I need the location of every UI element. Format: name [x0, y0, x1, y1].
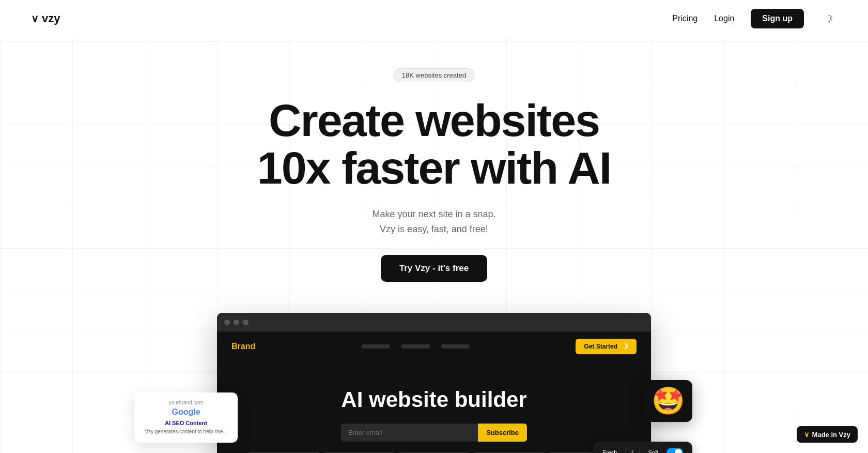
tone-soft-label: Soft: [648, 449, 658, 453]
browser-topbar: [217, 313, 651, 331]
hero-title-line2: 10x faster with AI: [257, 142, 611, 193]
pricing-link[interactable]: Pricing: [672, 14, 698, 23]
login-link[interactable]: Login: [714, 14, 734, 23]
logo-chevron-icon: ∨: [31, 12, 39, 25]
made-in-vzy-label: Made in Vzy: [812, 431, 850, 439]
browser-dot-3: [243, 320, 249, 325]
browser-mockup-wrapper: Brand Get Started ☽ AI website builder: [217, 313, 651, 453]
tone-fresh-button[interactable]: 1: [625, 447, 640, 453]
tone-toggle[interactable]: [667, 448, 683, 453]
hero-title-line1: Create websites: [269, 95, 599, 146]
inner-hero-title: AI website builder: [238, 387, 630, 412]
floating-emoji-card: 🤩: [644, 380, 692, 422]
hero-subtitle-line2: Vzy is easy, fast, and free!: [380, 224, 488, 234]
browser-mockup: Brand Get Started ☽ AI website builder: [217, 313, 651, 453]
hero-title: Create websites 10x faster with AI: [257, 97, 611, 192]
logo-link[interactable]: ∨ vzy: [31, 12, 60, 25]
floating-tone-card: Fresh 1 Soft: [593, 442, 692, 453]
browser-dot-2: [234, 320, 239, 325]
seo-card-url: yourbrand.com: [142, 400, 230, 405]
hero-section: 18K websites created Create websites 10x…: [0, 37, 868, 453]
inner-input-row: Subscribe: [341, 424, 527, 442]
inner-nav-link-2: [401, 344, 430, 349]
emoji-star-icon: 🤩: [652, 385, 685, 417]
tone-toggle-dot: [675, 449, 682, 453]
inner-get-started-label: Get Started: [584, 343, 617, 350]
browser-dot-1: [224, 320, 230, 325]
inner-hero: AI website builder Subscribe: [217, 361, 651, 453]
inner-nav-link-3: [441, 344, 470, 349]
inner-nav: Brand Get Started ☽: [217, 331, 651, 361]
browser-content: Brand Get Started ☽ AI website builder: [217, 331, 651, 453]
nav-links: Pricing Login Sign up ☽: [672, 9, 837, 28]
made-in-vzy-logo-icon: ∨: [804, 430, 809, 439]
hero-subtitle: Make your next site in a snap. Vzy is ea…: [372, 207, 495, 237]
navbar: ∨ vzy Pricing Login Sign up ☽: [0, 0, 868, 37]
theme-toggle-button[interactable]: ☽: [820, 10, 837, 27]
inner-nav-link-1: [362, 344, 390, 349]
hero-cta-button[interactable]: Try Vzy - it's free: [381, 255, 487, 282]
inner-email-input[interactable]: [341, 424, 478, 442]
seo-card-title: AI SEO Content: [142, 420, 230, 426]
floating-seo-card: yourbrand.com Google AI SEO Content Vzy …: [134, 392, 238, 443]
hero-subtitle-line1: Make your next site in a snap.: [372, 209, 495, 219]
inner-get-started-button[interactable]: Get Started ☽: [576, 339, 637, 354]
inner-subscribe-button[interactable]: Subscribe: [478, 424, 527, 442]
logo-text: vzy: [42, 12, 60, 25]
inner-nav-links: [362, 344, 470, 349]
inner-nav-moon-icon: ☽: [622, 342, 628, 351]
tone-fresh-label: Fresh: [602, 449, 617, 453]
seo-card-logo: Google: [142, 407, 230, 417]
made-in-vzy-badge[interactable]: ∨ Made in Vzy: [797, 426, 858, 443]
inner-brand: Brand: [231, 342, 255, 351]
seo-card-desc: Vzy generates content to help rise...: [142, 428, 230, 435]
hero-badge: 18K websites created: [393, 68, 475, 82]
signup-button[interactable]: Sign up: [751, 9, 804, 28]
